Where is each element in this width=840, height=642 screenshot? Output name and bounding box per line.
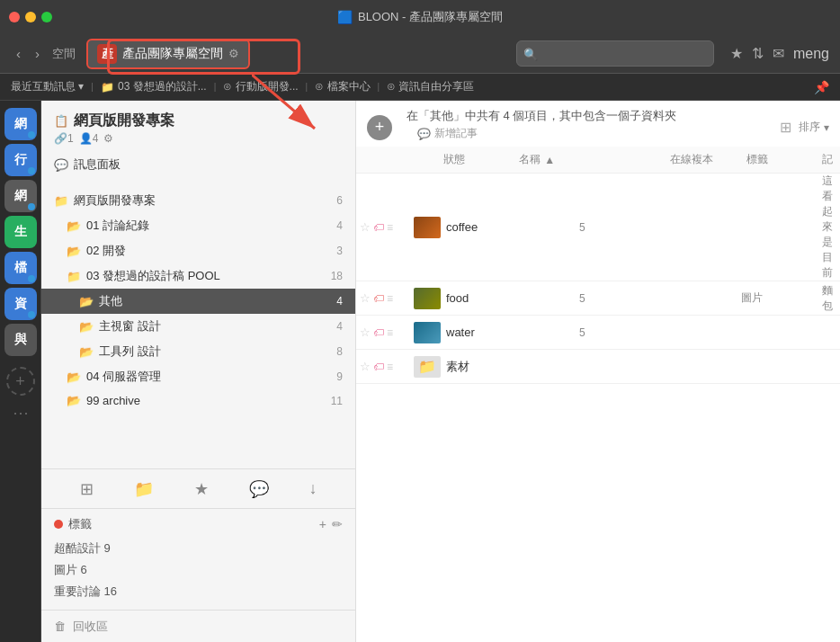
thumbnail-folder: 📁 (414, 356, 441, 378)
file-tree: 📁 網頁版開發專案 6 📂 01 討論紀錄 4 📂 02 開發 3 📁 03 發… (41, 184, 355, 468)
sort-button[interactable]: 排序 ▾ (799, 120, 829, 135)
favorite-icon[interactable]: ★ (730, 45, 743, 62)
tree-item-main[interactable]: 📁 網頁版開發專案 6 (41, 188, 355, 213)
row-count-food: 5 (572, 292, 653, 305)
add-tag-button[interactable]: + (319, 517, 326, 531)
sort-chevron-icon: ▾ (824, 121, 829, 134)
row-tag-food: 圖片 (734, 290, 815, 306)
trash-section[interactable]: 🗑 回收區 (41, 610, 355, 642)
sidebar-item-info[interactable]: 資 (4, 288, 37, 320)
tag-icon[interactable]: 🏷 (373, 326, 384, 339)
sort-icon[interactable]: ⇅ (752, 45, 764, 62)
grid-view-icon[interactable]: ⊞ (80, 479, 94, 499)
project-title: 網頁版開發專案 (74, 111, 174, 130)
star-icon[interactable]: ☆ (360, 360, 371, 373)
grid-view-button[interactable]: ⊞ (780, 119, 791, 136)
tag-icon-active[interactable]: 🏷 (373, 292, 384, 305)
file-icon[interactable]: ≡ (387, 292, 393, 305)
tag-item-cool-design[interactable]: 超酷設計 9 (54, 538, 343, 559)
table-row[interactable]: ☆ 🏷 ≡ food 5 圖片 麵包 (356, 281, 840, 316)
folder-icon[interactable]: 📁 (134, 479, 154, 499)
star-icon[interactable]: ☆ (360, 220, 371, 234)
view-toggle: ⊞ (780, 119, 791, 136)
row-count-coffee: 5 (572, 221, 653, 234)
badge-web (28, 131, 35, 138)
trash-label: 回收區 (73, 619, 108, 635)
mail-icon[interactable]: ✉ (773, 45, 784, 62)
user-avatar[interactable]: meng (793, 46, 829, 62)
bc-mobile-dev[interactable]: ⊙ 行動版開發... (223, 79, 298, 94)
search-input[interactable] (516, 40, 714, 67)
sidebar-item-with[interactable]: 與 (4, 324, 37, 356)
sidebar-item-life[interactable]: 生 (4, 216, 37, 248)
tree-item-main-window[interactable]: 📂 主視窗 設計 4 (41, 314, 355, 339)
file-icon[interactable]: ≡ (387, 326, 393, 339)
row-note-food: 麵包 (815, 283, 840, 314)
pin-icon[interactable]: 📌 (814, 80, 829, 94)
back-button[interactable]: ‹ (11, 42, 26, 65)
toolbar-right: ★ ⇅ ✉ meng (730, 45, 829, 62)
breadcrumb-bar: 最近互動訊息 ▾ | 📁 03 發想過的設計... | ⊙ 行動版開發... |… (0, 74, 840, 101)
tree-item-toolbar-design[interactable]: 📂 工具列 設計 8 (41, 339, 355, 364)
file-icon[interactable]: ≡ (387, 361, 393, 373)
maximize-button[interactable] (41, 12, 52, 22)
tag-icon[interactable]: 🏷 (373, 361, 384, 373)
sidebar-item-web[interactable]: 網 (4, 108, 37, 140)
bc-design-pool[interactable]: 📁 03 發想過的設計... (101, 79, 207, 94)
tags-label: 標籤 (68, 516, 92, 532)
bc-file-center[interactable]: ⊙ 檔案中心 (315, 79, 370, 94)
file-icon[interactable]: ≡ (387, 221, 393, 234)
titlebar: 🟦 BLOON - 產品團隊專屬空間 (0, 0, 840, 34)
tag-item-image[interactable]: 圖片 6 (54, 559, 343, 581)
download-icon[interactable]: ↓ (309, 479, 317, 498)
tags-header: 標籤 + ✏ (54, 516, 343, 532)
icon-sidebar: 網 行 網 生 檔 資 與 (0, 101, 41, 642)
row-name-food: food (446, 291, 469, 305)
edit-tag-button[interactable]: ✏ (332, 517, 343, 531)
add-space-button[interactable]: + (6, 367, 35, 396)
sidebar-item-web2[interactable]: 網 (4, 180, 37, 212)
tree-item-server[interactable]: 📂 04 伺服器管理 9 (41, 364, 355, 389)
tree-item-other[interactable]: 📂 其他 4 (41, 289, 355, 314)
tree-item-dev[interactable]: 📂 02 開發 3 (41, 238, 355, 263)
table-row[interactable]: ☆ 🏷 ≡ 📁 素材 (356, 350, 840, 384)
search-icon: 🔍 (523, 47, 538, 60)
workspace-chip[interactable]: 產 產品團隊專屬空間 ⚙ (86, 39, 250, 69)
sort-asc-icon[interactable]: ▲ (544, 154, 555, 166)
tree-item-archive[interactable]: 📂 99 archive 11 (41, 389, 355, 412)
badge-life (28, 239, 35, 246)
star-toolbar-icon[interactable]: ★ (194, 479, 209, 499)
settings-icon[interactable]: ⚙ (228, 47, 239, 60)
thumbnail-water (414, 322, 441, 343)
main-layout: 網 行 網 生 檔 資 與 (0, 101, 840, 642)
left-panel-toolbar: ⊞ 📁 ★ 💬 ↓ (41, 468, 355, 508)
trash-icon: 🗑 (54, 620, 66, 633)
star-icon[interactable]: ☆ (360, 291, 371, 305)
table-header: 狀態 名稱 ▲ 在線複本 標籤 記 (356, 147, 840, 174)
project-settings-icon[interactable]: ⚙ (103, 132, 113, 145)
bc-recent[interactable]: 最近互動訊息 ▾ (11, 79, 84, 94)
tags-section: 標籤 + ✏ 超酷設計 9 圖片 6 重要討論 16 (41, 508, 355, 610)
sidebar-item-mobile[interactable]: 行 (4, 144, 37, 176)
tag-item-important-discussion[interactable]: 重要討論 16 (54, 581, 343, 602)
minimize-button[interactable] (25, 12, 36, 22)
sidebar-item-file[interactable]: 檔 (4, 252, 37, 284)
sort-label: 排序 (799, 120, 820, 135)
table-row[interactable]: ☆ 🏷 ≡ coffee 5 這看起來是目前 (356, 174, 840, 281)
close-button[interactable] (9, 12, 20, 22)
comment-icon[interactable]: 💬 (249, 479, 269, 499)
table-row[interactable]: ☆ 🏷 ≡ water 5 (356, 316, 840, 350)
more-dots[interactable]: ⋯ (13, 403, 29, 423)
tag-icon[interactable]: 🏷 (373, 221, 384, 234)
forward-button[interactable]: › (30, 42, 45, 65)
thumbnail-coffee (414, 217, 441, 238)
tree-item-discussion[interactable]: 📂 01 討論紀錄 4 (41, 213, 355, 238)
add-record-button[interactable]: + (367, 115, 392, 140)
message-board-item[interactable]: 💬 訊息面板 (41, 152, 355, 177)
star-icon[interactable]: ☆ (360, 325, 371, 339)
tree-item-design-pool[interactable]: 📁 03 發想過的設計稿 POOL 18 (41, 263, 355, 289)
bc-info-share[interactable]: ⊙ 資訊自由分享區 (387, 79, 474, 94)
badge-info (28, 311, 35, 318)
project-icon: 📋 (54, 114, 68, 128)
new-record-link[interactable]: 💬 新增記事 (407, 124, 773, 147)
